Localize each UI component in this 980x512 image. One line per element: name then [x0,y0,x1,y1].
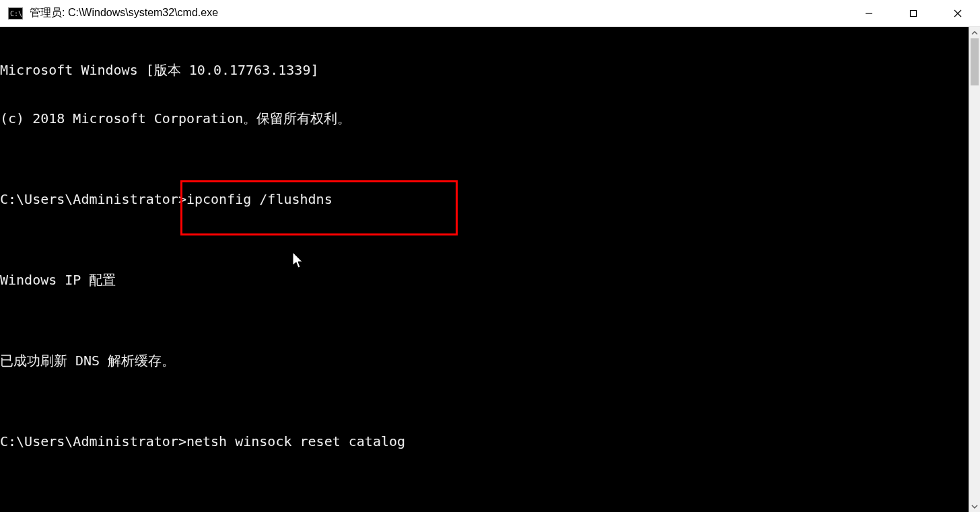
window-title: 管理员: C:\Windows\system32\cmd.exe [30,6,847,20]
prompt-path: C:\Users\Administrator> [0,433,186,449]
window-titlebar[interactable]: C:\ 管理员: C:\Windows\system32\cmd.exe [0,0,980,27]
prompt-line: C:\Users\Administrator>ipconfig /flushdn… [0,191,969,207]
scroll-up-button[interactable] [969,27,980,38]
close-button[interactable] [936,0,980,26]
minimize-icon [865,9,873,17]
chevron-up-icon [971,31,978,35]
scroll-down-button[interactable] [969,501,980,512]
vertical-scrollbar[interactable] [969,27,980,512]
svg-text:C:\: C:\ [10,10,22,17]
highlight-annotation [180,180,458,235]
svg-rect-3 [911,10,917,16]
prompt-command: ipconfig /flushdns [186,191,332,207]
scroll-track[interactable] [969,38,980,501]
maximize-button[interactable] [891,0,936,26]
output-line: (c) 2018 Microsoft Corporation。保留所有权利。 [0,110,969,126]
chevron-down-icon [971,505,978,509]
output-line: Windows IP 配置 [0,272,969,288]
prompt-path: C:\Users\Administrator> [0,191,186,207]
output-line: 已成功刷新 DNS 解析缓存。 [0,353,969,369]
cmd-icon: C:\ [7,7,24,20]
scroll-thumb[interactable] [971,38,979,85]
maximize-icon [909,9,917,17]
terminal-container: Microsoft Windows [版本 10.0.17763.1339] (… [0,27,980,512]
prompt-line: C:\Users\Administrator>netsh winsock res… [0,433,969,449]
close-icon [954,9,962,17]
terminal[interactable]: Microsoft Windows [版本 10.0.17763.1339] (… [0,27,969,512]
window-controls [847,0,980,26]
minimize-button[interactable] [847,0,891,26]
prompt-command: netsh winsock reset catalog [186,433,405,449]
output-line: Microsoft Windows [版本 10.0.17763.1339] [0,62,969,78]
